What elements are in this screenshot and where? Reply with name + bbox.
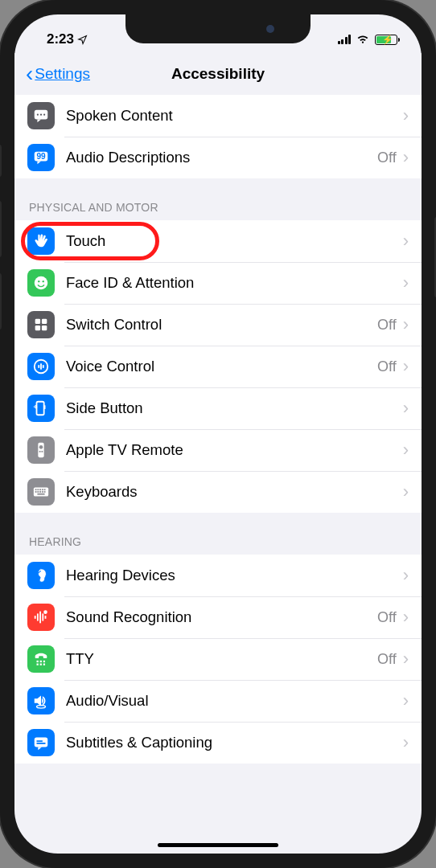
list-item-label: Sound Recognition [66, 608, 377, 626]
list-item-apple-tv-remote[interactable]: Apple TV Remote› [14, 429, 422, 471]
svg-rect-50 [37, 743, 46, 744]
svg-point-7 [38, 280, 39, 282]
svg-rect-36 [37, 613, 39, 620]
svg-rect-30 [37, 491, 39, 493]
svg-text:99: 99 [36, 152, 46, 161]
svg-rect-33 [44, 491, 46, 493]
wifi-icon [356, 31, 370, 47]
list-group: Touch›Face ID & Attention›Switch Control… [14, 220, 422, 513]
cellular-signal-icon [338, 35, 352, 44]
list-item-label: Audio/Visual [66, 692, 403, 710]
list-item-subtitles-captioning[interactable]: Subtitles & Captioning› [14, 722, 422, 764]
svg-point-40 [43, 610, 47, 614]
list-item-value: Off [377, 358, 397, 375]
list-item-label: Hearing Devices [66, 567, 403, 584]
home-indicator[interactable] [158, 843, 278, 847]
svg-rect-9 [35, 319, 40, 324]
chevron-right-icon: › [403, 690, 409, 711]
svg-rect-31 [39, 491, 41, 493]
svg-point-47 [37, 706, 46, 709]
nav-bar: ‹ Settings Accessibility [14, 53, 422, 95]
svg-point-2 [40, 114, 42, 116]
chevron-right-icon: › [403, 398, 409, 419]
battery-charging-icon: ⚡ [382, 35, 393, 45]
list-item-value: Off [377, 317, 397, 334]
svg-rect-15 [40, 363, 42, 369]
list-item-face-id-attention[interactable]: Face ID & Attention› [14, 262, 422, 304]
list-item-label: Audio Descriptions [66, 149, 377, 166]
content-scroll[interactable]: Spoken Content›99Audio DescriptionsOff› … [14, 95, 422, 854]
chevron-right-icon: › [403, 565, 409, 586]
list-item-switch-control[interactable]: Switch ControlOff› [14, 304, 422, 346]
list-item-tty[interactable]: TTYOff› [14, 638, 422, 680]
remote-icon [27, 436, 55, 464]
speech-bubble-icon [27, 102, 55, 129]
back-button[interactable]: ‹ Settings [26, 63, 90, 85]
list-item-label: Touch [66, 232, 403, 250]
list-item-label: Switch Control [66, 316, 377, 334]
list-item-spoken-content[interactable]: Spoken Content› [14, 95, 422, 137]
chevron-right-icon: › [403, 105, 409, 126]
chevron-right-icon: › [403, 356, 409, 377]
svg-rect-42 [40, 661, 42, 662]
face-icon [27, 269, 55, 297]
screen: 2:23 ⚡ ‹ Settings Accessibility [14, 14, 422, 854]
list-item-label: Subtitles & Captioning [66, 734, 403, 751]
list-item-label: Side Button [66, 399, 403, 417]
list-item-label: Spoken Content [66, 107, 403, 125]
svg-rect-35 [35, 616, 36, 619]
svg-rect-38 [42, 613, 43, 620]
svg-rect-21 [39, 451, 41, 452]
svg-rect-39 [45, 616, 47, 619]
chevron-right-icon: › [403, 231, 409, 252]
status-right: ⚡ [338, 31, 398, 47]
chevron-right-icon: › [403, 440, 409, 461]
list-item-touch[interactable]: Touch› [14, 220, 422, 262]
list-item-label: Voice Control [66, 358, 377, 375]
svg-rect-27 [42, 489, 43, 490]
voice-icon [27, 353, 55, 380]
chevron-right-icon: › [403, 481, 409, 502]
svg-rect-18 [44, 405, 46, 409]
chevron-right-icon: › [403, 732, 409, 753]
list-item-keyboards[interactable]: Keyboards› [14, 471, 422, 513]
list-item-audio-visual[interactable]: Audio/Visual› [14, 680, 422, 722]
list-item-voice-control[interactable]: Voice ControlOff› [14, 346, 422, 387]
back-label: Settings [35, 65, 90, 83]
svg-point-8 [43, 280, 44, 282]
list-item-label: TTY [66, 650, 377, 668]
svg-point-6 [35, 276, 48, 290]
battery-icon: ⚡ [375, 35, 397, 45]
svg-rect-17 [37, 402, 44, 416]
notch [125, 14, 311, 43]
list-item-audio-descriptions[interactable]: 99Audio DescriptionsOff› [14, 137, 422, 178]
list-item-hearing-devices[interactable]: Hearing Devices› [14, 555, 422, 596]
location-arrow-icon [77, 35, 88, 45]
hand-icon [27, 227, 55, 255]
svg-point-3 [43, 114, 45, 116]
keyboard-icon [27, 478, 55, 506]
chevron-right-icon: › [403, 649, 409, 669]
list-group: Hearing Devices›Sound RecognitionOff›TTY… [14, 555, 422, 764]
volume-down-button [0, 273, 2, 330]
list-item-value: Off [377, 609, 397, 626]
list-item-label: Apple TV Remote [66, 441, 403, 459]
svg-rect-41 [37, 661, 39, 662]
svg-rect-24 [35, 489, 37, 490]
svg-rect-19 [38, 443, 43, 457]
waveform-icon [27, 604, 55, 631]
svg-rect-32 [42, 491, 43, 493]
chevron-right-icon: › [403, 272, 409, 293]
phone-frame: 2:23 ⚡ ‹ Settings Accessibility [0, 0, 436, 868]
svg-rect-37 [39, 612, 41, 624]
svg-rect-26 [39, 489, 41, 490]
svg-rect-49 [37, 740, 43, 742]
audiovisual-icon [27, 687, 55, 714]
list-item-sound-recognition[interactable]: Sound RecognitionOff› [14, 596, 422, 638]
svg-rect-34 [37, 493, 44, 495]
subtitle-icon [27, 729, 55, 756]
list-vision-tail: Spoken Content›99Audio DescriptionsOff› [14, 95, 422, 178]
list-item-side-button[interactable]: Side Button› [14, 387, 422, 429]
svg-point-1 [37, 114, 39, 116]
status-time: 2:23 [47, 31, 74, 47]
